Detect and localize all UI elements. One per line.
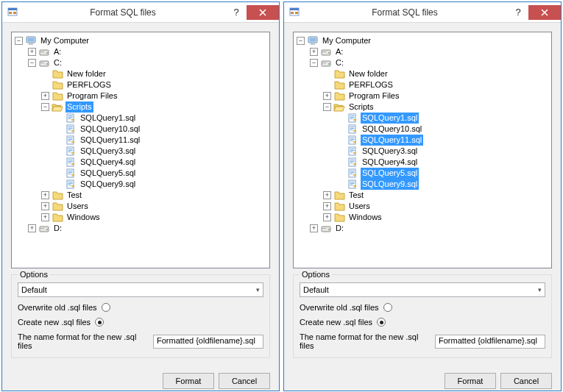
collapse-icon[interactable]: − — [28, 59, 36, 67]
tree-row[interactable]: SQLQuery3.sql — [15, 146, 268, 157]
close-button[interactable] — [528, 5, 561, 20]
create-new-radio[interactable] — [95, 318, 104, 327]
tree-row[interactable]: +Users — [297, 201, 550, 212]
tree-node-label[interactable]: A: — [334, 46, 344, 57]
tree-node-label[interactable]: PERFLOGS — [65, 79, 113, 90]
tree-row[interactable]: New folder — [297, 68, 550, 79]
tree-node-label[interactable]: SQLQuery11.sql — [361, 135, 423, 146]
options-profile-select[interactable]: Default ▾ — [18, 282, 263, 297]
tree-node-label[interactable]: SQLQuery4.sql — [361, 157, 419, 168]
tree-node-label[interactable]: Windows — [65, 212, 102, 223]
tree-row[interactable]: SQLQuery11.sql — [297, 135, 550, 146]
tree-node-label[interactable]: D: — [52, 223, 63, 234]
collapse-icon[interactable]: − — [15, 37, 23, 45]
tree-node-label[interactable]: Scripts — [65, 101, 93, 113]
tree-node-label[interactable]: SQLQuery3.sql — [79, 146, 137, 157]
tree-row[interactable]: SQLQuery9.sql — [297, 179, 550, 190]
cancel-button[interactable]: Cancel — [219, 373, 270, 389]
tree-node-label[interactable]: PERFLOGS — [347, 79, 394, 90]
tree-row[interactable]: +Program Files — [15, 90, 268, 101]
format-button[interactable]: Format — [445, 373, 496, 389]
tree-row[interactable]: +A: — [297, 46, 550, 57]
tree-row[interactable]: SQLQuery1.sql — [297, 113, 550, 124]
format-button[interactable]: Format — [163, 373, 214, 389]
tree-row[interactable]: −My Computer — [15, 35, 268, 46]
tree-row[interactable]: +D: — [15, 223, 268, 234]
tree-row[interactable]: −C: — [297, 57, 550, 68]
tree-row[interactable]: SQLQuery3.sql — [297, 146, 550, 157]
collapse-icon[interactable]: − — [323, 103, 331, 111]
options-profile-select[interactable]: Default ▾ — [300, 282, 545, 297]
title-bar[interactable]: Format SQL files ? — [2, 2, 279, 23]
tree-row[interactable]: PERFLOGS — [15, 79, 268, 90]
expand-icon[interactable]: + — [310, 48, 318, 56]
cancel-button[interactable]: Cancel — [500, 373, 552, 389]
expand-icon[interactable]: + — [41, 213, 49, 221]
expand-icon[interactable]: + — [41, 191, 49, 199]
tree-row[interactable]: SQLQuery4.sql — [297, 157, 550, 168]
tree-row[interactable]: SQLQuery10.sql — [297, 124, 550, 135]
tree-node-label[interactable]: Test — [347, 190, 365, 201]
tree-row[interactable]: +Windows — [15, 212, 268, 223]
tree-node-label[interactable]: SQLQuery3.sql — [361, 146, 419, 157]
tree-row[interactable]: SQLQuery5.sql — [15, 168, 268, 179]
tree-row[interactable]: PERFLOGS — [297, 79, 550, 90]
tree-row[interactable]: −Scripts — [297, 101, 550, 113]
title-bar[interactable]: Format SQL files ? — [284, 2, 561, 23]
tree-node-label[interactable]: C: — [334, 57, 345, 68]
expand-icon[interactable]: + — [323, 213, 331, 221]
tree-row[interactable]: SQLQuery5.sql — [297, 168, 550, 179]
expand-icon[interactable]: + — [41, 202, 49, 210]
tree-row[interactable]: +Test — [15, 190, 268, 201]
tree-node-label[interactable]: SQLQuery5.sql — [361, 168, 419, 179]
tree-node-label[interactable]: SQLQuery10.sql — [79, 124, 141, 135]
overwrite-radio[interactable] — [102, 303, 110, 312]
expand-icon[interactable]: + — [28, 224, 36, 232]
tree-node-label[interactable]: A: — [52, 46, 63, 57]
expand-icon[interactable]: + — [323, 191, 331, 199]
tree-node-label[interactable]: New folder — [65, 68, 107, 79]
tree-row[interactable]: +Test — [297, 190, 550, 201]
tree-row[interactable]: +Program Files — [297, 90, 550, 101]
tree-row[interactable]: +D: — [297, 223, 550, 234]
tree-node-label[interactable]: My Computer — [39, 35, 91, 46]
tree-node-label[interactable]: SQLQuery1.sql — [79, 113, 137, 124]
tree-node-label[interactable]: SQLQuery4.sql — [79, 157, 137, 168]
tree-node-label[interactable]: New folder — [347, 68, 389, 79]
tree-node-label[interactable]: SQLQuery9.sql — [361, 179, 419, 190]
tree-row[interactable]: SQLQuery1.sql — [15, 113, 268, 124]
expand-icon[interactable]: + — [323, 92, 331, 100]
name-format-input[interactable]: Formatted {oldfilename}.sql — [153, 335, 263, 349]
tree-node-label[interactable]: C: — [52, 57, 63, 68]
expand-icon[interactable]: + — [323, 202, 331, 210]
tree-node-label[interactable]: SQLQuery1.sql — [361, 113, 419, 124]
expand-icon[interactable]: + — [41, 92, 49, 100]
tree-row[interactable]: −My Computer — [297, 35, 550, 46]
tree-node-label[interactable]: Scripts — [347, 101, 375, 113]
tree-node-label[interactable]: Program Files — [347, 90, 400, 101]
name-format-input[interactable]: Formatted {oldfilename}.sql — [435, 335, 545, 349]
collapse-icon[interactable]: − — [41, 103, 49, 111]
tree-row[interactable]: SQLQuery11.sql — [15, 135, 268, 146]
tree-row[interactable]: SQLQuery9.sql — [15, 179, 268, 190]
close-button[interactable] — [247, 5, 279, 20]
tree-row[interactable]: SQLQuery10.sql — [15, 124, 268, 135]
tree-node-label[interactable]: Program Files — [65, 90, 118, 101]
tree-node-label[interactable]: Test — [65, 190, 83, 201]
tree-row[interactable]: +A: — [15, 46, 268, 57]
tree-node-label[interactable]: SQLQuery9.sql — [79, 179, 137, 190]
collapse-icon[interactable]: − — [310, 59, 318, 67]
tree-row[interactable]: +Users — [15, 201, 268, 212]
folder-tree[interactable]: −My Computer+A:−C:New folderPERFLOGS+Pro… — [15, 35, 268, 234]
expand-icon[interactable]: + — [28, 48, 36, 56]
tree-row[interactable]: −Scripts — [15, 101, 268, 113]
help-button[interactable]: ? — [226, 5, 247, 20]
tree-node-label[interactable]: SQLQuery11.sql — [79, 135, 141, 146]
tree-node-label[interactable]: My Computer — [321, 35, 372, 46]
create-new-radio[interactable] — [377, 318, 386, 327]
tree-row[interactable]: New folder — [15, 68, 268, 79]
tree-row[interactable]: +Windows — [297, 212, 550, 223]
tree-node-label[interactable]: Windows — [347, 212, 383, 223]
folder-tree[interactable]: −My Computer+A:−C:New folderPERFLOGS+Pro… — [297, 35, 550, 234]
tree-node-label[interactable]: Users — [65, 201, 90, 212]
